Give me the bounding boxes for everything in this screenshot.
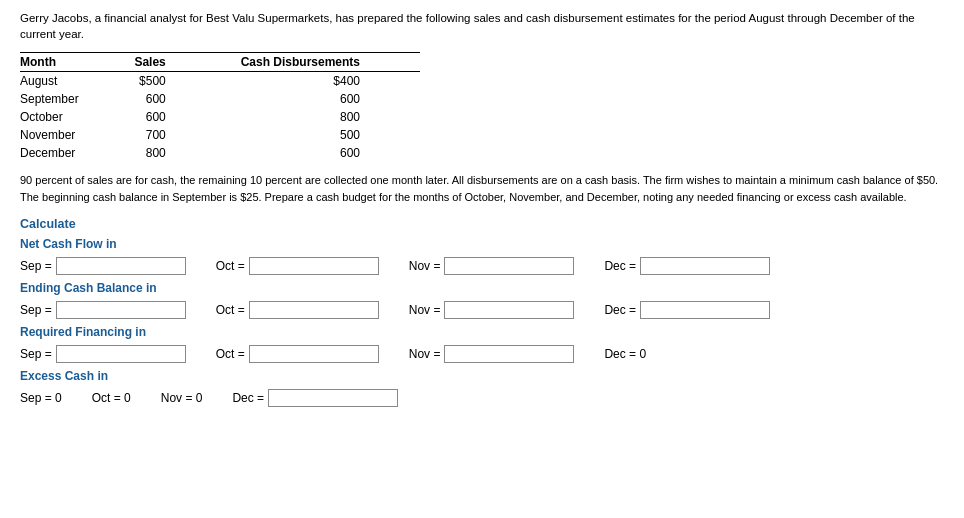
field-label-ncf-dec: Dec = [604, 259, 636, 273]
field-group-ec-dec: Dec = [232, 389, 398, 407]
subsection-title: Net Cash Flow in [20, 237, 944, 251]
table-row-month: November [20, 126, 127, 144]
table-row-month: December [20, 144, 127, 162]
ecb-oct-input[interactable] [249, 301, 379, 319]
field-group-ecb-nov: Nov = [409, 301, 575, 319]
field-label-ecb-oct: Oct = [216, 303, 245, 317]
table-row-disbursements: 600 [226, 144, 420, 162]
field-group-ncf-oct: Oct = [216, 257, 379, 275]
table-row-month: September [20, 90, 127, 108]
table-row-sales: 700 [127, 126, 226, 144]
field-static-ec-nov: Nov = 0 [161, 391, 203, 405]
ncf-dec-input[interactable] [640, 257, 770, 275]
ecb-nov-input[interactable] [444, 301, 574, 319]
field-group-ncf-sep: Sep = [20, 257, 186, 275]
field-group-rf-sep: Sep = [20, 345, 186, 363]
rf-sep-input[interactable] [56, 345, 186, 363]
field-group-rf-nov: Nov = [409, 345, 575, 363]
col-sales: Sales [127, 53, 226, 72]
table-row-sales: 600 [127, 108, 226, 126]
calc-row: Sep =Oct =Nov =Dec = [20, 301, 944, 319]
table-row-sales: $500 [127, 72, 226, 91]
field-group-ecb-dec: Dec = [604, 301, 770, 319]
table-row-month: October [20, 108, 127, 126]
field-group-rf-oct: Oct = [216, 345, 379, 363]
field-static-rf-dec: Dec = 0 [604, 347, 646, 361]
table-row-disbursements: $400 [226, 72, 420, 91]
field-label-ncf-sep: Sep = [20, 259, 52, 273]
rf-nov-input[interactable] [444, 345, 574, 363]
field-group-ncf-nov: Nov = [409, 257, 575, 275]
subsection-title: Required Financing in [20, 325, 944, 339]
field-group-ec-oct: Oct = 0 [92, 391, 131, 405]
table-row-sales: 600 [127, 90, 226, 108]
table-row-month: August [20, 72, 127, 91]
field-group-ec-sep: Sep = 0 [20, 391, 62, 405]
field-group-ecb-oct: Oct = [216, 301, 379, 319]
calc-row: Sep =Oct =Nov =Dec = 0 [20, 345, 944, 363]
subsection-title: Excess Cash in [20, 369, 944, 383]
subsection-title: Ending Cash Balance in [20, 281, 944, 295]
ncf-sep-input[interactable] [56, 257, 186, 275]
field-label-ecb-sep: Sep = [20, 303, 52, 317]
field-group-ec-nov: Nov = 0 [161, 391, 203, 405]
ecb-sep-input[interactable] [56, 301, 186, 319]
calculate-title: Calculate [20, 217, 944, 231]
table-row-sales: 800 [127, 144, 226, 162]
ec-dec-input[interactable] [268, 389, 398, 407]
field-static-ec-sep: Sep = 0 [20, 391, 62, 405]
col-disbursements: Cash Disbursements [226, 53, 420, 72]
sales-table: Month Sales Cash Disbursements August$50… [20, 52, 420, 162]
calc-section-excess-cash-in: Excess Cash inSep = 0Oct = 0Nov = 0Dec = [20, 369, 944, 407]
ncf-oct-input[interactable] [249, 257, 379, 275]
calc-section-net-cash-flow-in: Net Cash Flow inSep =Oct =Nov =Dec = [20, 237, 944, 275]
field-group-rf-dec: Dec = 0 [604, 347, 646, 361]
intro-text: Gerry Jacobs, a financial analyst for Be… [20, 10, 944, 42]
table-row-disbursements: 800 [226, 108, 420, 126]
field-label-rf-sep: Sep = [20, 347, 52, 361]
col-month: Month [20, 53, 127, 72]
note-text: 90 percent of sales are for cash, the re… [20, 172, 944, 205]
field-group-ecb-sep: Sep = [20, 301, 186, 319]
table-row-disbursements: 500 [226, 126, 420, 144]
field-label-ecb-nov: Nov = [409, 303, 441, 317]
field-label-ncf-oct: Oct = [216, 259, 245, 273]
field-label-rf-nov: Nov = [409, 347, 441, 361]
rf-oct-input[interactable] [249, 345, 379, 363]
table-row-disbursements: 600 [226, 90, 420, 108]
ecb-dec-input[interactable] [640, 301, 770, 319]
field-label-ec-dec: Dec = [232, 391, 264, 405]
field-label-rf-oct: Oct = [216, 347, 245, 361]
field-static-ec-oct: Oct = 0 [92, 391, 131, 405]
ncf-nov-input[interactable] [444, 257, 574, 275]
field-label-ecb-dec: Dec = [604, 303, 636, 317]
calc-row: Sep = 0Oct = 0Nov = 0Dec = [20, 389, 944, 407]
field-group-ncf-dec: Dec = [604, 257, 770, 275]
calc-row: Sep =Oct =Nov =Dec = [20, 257, 944, 275]
calc-section-ending-cash-balance-in: Ending Cash Balance inSep =Oct =Nov =Dec… [20, 281, 944, 319]
calc-section-required-financing-in: Required Financing inSep =Oct =Nov =Dec … [20, 325, 944, 363]
field-label-ncf-nov: Nov = [409, 259, 441, 273]
